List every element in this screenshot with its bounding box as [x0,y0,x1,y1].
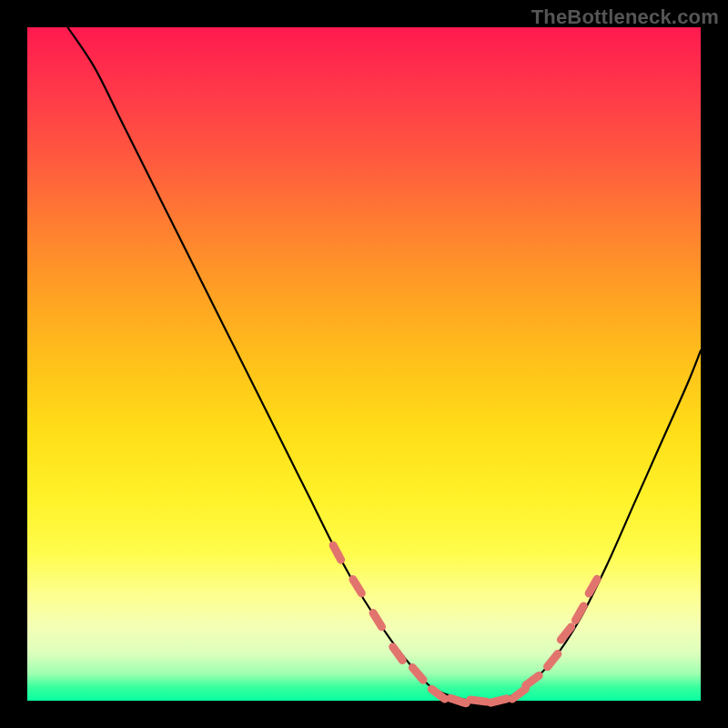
watermark-text: TheBottleneck.com [531,5,719,29]
marker-dash [589,579,597,593]
marker-dash [470,700,487,702]
marker-dash [333,545,340,560]
marker-dash [373,613,381,627]
curve-layer [27,27,701,701]
marker-dash [526,675,539,685]
bottleneck-curve [67,27,701,702]
marker-dash [412,668,423,681]
marker-dash [450,698,466,703]
marker-dash [353,580,361,593]
marker-dash [548,654,558,667]
chart-frame: TheBottleneck.com [0,0,728,728]
marker-dash [393,647,403,661]
marker-dash [575,606,583,621]
marker-dash [512,689,525,699]
marker-dash [490,699,506,703]
highlight-markers [333,545,597,703]
marker-dash [431,689,444,699]
plot-area [27,27,701,701]
